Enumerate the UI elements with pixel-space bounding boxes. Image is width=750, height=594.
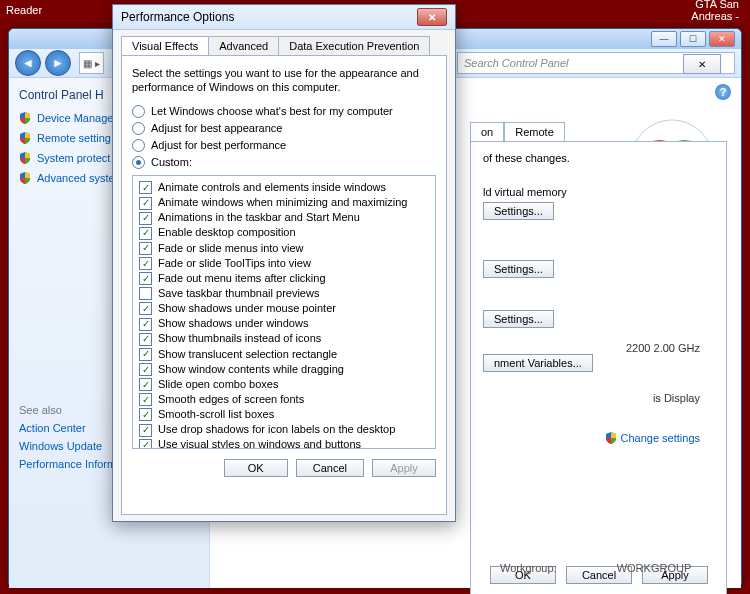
sidebar-link-label: Device Manage [37,112,113,124]
dialog-close-button[interactable]: ✕ [417,8,447,26]
checkbox-option[interactable]: Show shadows under windows [139,317,429,331]
checkbox-icon [139,197,152,210]
panel-description: Select the settings you want to use for … [132,66,436,95]
perf-cancel-button[interactable]: Cancel [296,459,364,477]
checkbox-icon [139,212,152,225]
tab-visual-effects[interactable]: Visual Effects [121,36,209,55]
checkbox-option[interactable]: Smooth edges of screen fonts [139,393,429,407]
dialog-titlebar[interactable]: Performance Options ✕ [113,5,455,30]
sidebar-link-label: Advanced syste [37,172,115,184]
perf-ok-button[interactable]: OK [224,459,288,477]
help-icon[interactable]: ? [715,84,731,100]
tab-remote[interactable]: Remote [504,122,565,141]
checkbox-option[interactable]: Animate controls and elements inside win… [139,181,429,195]
radio-option[interactable]: Adjust for best appearance [132,122,436,135]
checkbox-label: Show window contents while dragging [158,363,344,377]
checkbox-icon [139,408,152,421]
checkbox-label: Show shadows under windows [158,317,308,331]
checkbox-option[interactable]: Save taskbar thumbnail previews [139,287,429,301]
checkbox-label: Animations in the taskbar and Start Menu [158,211,360,225]
checkbox-label: Show thumbnails instead of icons [158,332,321,346]
checkbox-icon [139,348,152,361]
checkbox-option[interactable]: Show window contents while dragging [139,363,429,377]
maximize-button[interactable]: ☐ [680,31,706,47]
checkbox-option[interactable]: Enable desktop composition [139,226,429,240]
radio-label: Custom: [151,156,192,168]
checkbox-option[interactable]: Fade or slide menus into view [139,242,429,256]
shield-icon [19,112,31,124]
effects-checklist[interactable]: Animate controls and elements inside win… [132,175,436,449]
forward-button[interactable]: ► [45,50,71,76]
checkbox-label: Smooth-scroll list boxes [158,408,274,422]
checkbox-option[interactable]: Animations in the taskbar and Start Menu [139,211,429,225]
radio-option[interactable]: Custom: [132,156,436,169]
checkbox-option[interactable]: Show shadows under mouse pointer [139,302,429,316]
checkbox-icon [139,393,152,406]
sysprops-close-button[interactable]: ✕ [683,54,721,74]
visual-effects-panel: Select the settings you want to use for … [121,55,447,515]
checkbox-label: Use drop shadows for icon labels on the … [158,423,395,437]
radio-icon [132,105,145,118]
perf-tabs: Visual Effects Advanced Data Execution P… [121,36,447,55]
checkbox-icon [139,302,152,315]
checkbox-option[interactable]: Show thumbnails instead of icons [139,332,429,346]
sysprops-tabs: on Remote [470,122,565,141]
checkbox-option[interactable]: Fade or slide ToolTips into view [139,257,429,271]
radio-label: Adjust for best appearance [151,122,282,134]
checkbox-icon [139,227,152,240]
checkbox-icon [139,257,152,270]
checkbox-icon [139,363,152,376]
checkbox-label: Slide open combo boxes [158,378,278,392]
checkbox-icon [139,439,152,449]
sysprops-text-1: of these changes. [483,152,714,164]
checkbox-option[interactable]: Fade out menu items after clicking [139,272,429,286]
settings-button-1[interactable]: Settings... [483,202,554,220]
breadcrumb-control[interactable]: ▦ ▸ [79,52,104,74]
radio-label: Adjust for best performance [151,139,286,151]
radio-option[interactable]: Adjust for best performance [132,139,436,152]
taskbar-item-gta[interactable]: GTA San Andreas - [685,0,745,20]
checkbox-option[interactable]: Show translucent selection rectangle [139,348,429,362]
checkbox-label: Animate controls and elements inside win… [158,181,386,195]
checkbox-icon [139,181,152,194]
checkbox-icon [139,333,152,346]
minimize-button[interactable]: — [651,31,677,47]
radio-icon [132,156,145,169]
workgroup-value: WORKGROUP [617,562,692,574]
environment-variables-button[interactable]: nment Variables... [483,354,593,372]
close-button[interactable]: ✕ [709,31,735,47]
checkbox-option[interactable]: Smooth-scroll list boxes [139,408,429,422]
shield-icon [19,172,31,184]
change-settings-link[interactable]: Change settings [605,432,701,444]
checkbox-option[interactable]: Animate windows when minimizing and maxi… [139,196,429,210]
sidebar-link-label: System protect [37,152,110,164]
perf-apply-button[interactable]: Apply [372,459,436,477]
checkbox-icon [139,424,152,437]
workgroup-label: Workgroup: [500,562,557,574]
tab-advanced[interactable]: Advanced [208,36,279,55]
display-info: is Display [653,392,700,404]
checkbox-option[interactable]: Use drop shadows for icon labels on the … [139,423,429,437]
dialog-title: Performance Options [121,10,234,24]
checkbox-icon [139,242,152,255]
taskbar-item-reader[interactable]: Reader [0,0,48,20]
radio-option[interactable]: Let Windows choose what's best for my co… [132,105,436,118]
shield-icon [19,132,31,144]
radio-icon [132,122,145,135]
settings-button-2[interactable]: Settings... [483,260,554,278]
sysprops-text-2: ld virtual memory [483,186,714,198]
back-button[interactable]: ◄ [15,50,41,76]
checkbox-label: Use visual styles on windows and buttons [158,438,361,448]
checkbox-option[interactable]: Slide open combo boxes [139,378,429,392]
performance-options-dialog: Performance Options ✕ Visual Effects Adv… [112,4,456,522]
checkbox-icon [139,287,152,300]
checkbox-label: Show translucent selection rectangle [158,348,337,362]
tab-dep[interactable]: Data Execution Prevention [278,36,430,55]
checkbox-option[interactable]: Use visual styles on windows and buttons [139,438,429,448]
checkbox-icon [139,378,152,391]
checkbox-label: Fade out menu items after clicking [158,272,326,286]
radio-icon [132,139,145,152]
tab-protection[interactable]: on [470,122,504,141]
settings-button-3[interactable]: Settings... [483,310,554,328]
checkbox-label: Animate windows when minimizing and maxi… [158,196,407,210]
